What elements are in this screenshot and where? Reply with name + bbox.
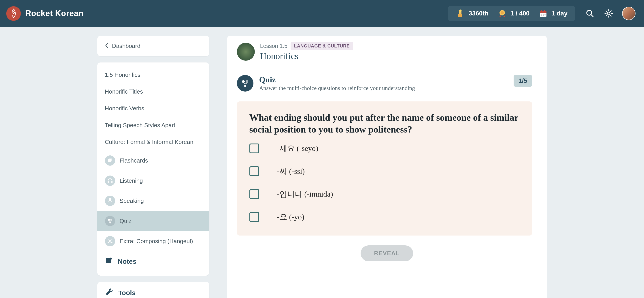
- settings-button[interactable]: [603, 8, 614, 19]
- nav-activity-flashcards[interactable]: Flashcards: [97, 150, 209, 171]
- svg-rect-8: [541, 10, 542, 12]
- nav-activity-extra[interactable]: Extra: Composing (Hangeul): [97, 231, 209, 251]
- quiz-title: Quiz: [259, 75, 415, 84]
- stat-points-value: 1 / 400: [510, 10, 530, 17]
- nav-activity-speaking[interactable]: Speaking: [97, 191, 209, 211]
- lesson-tag: LANGUAGE & CULTURE: [290, 42, 353, 50]
- back-label: Dashboard: [112, 43, 140, 50]
- svg-rect-9: [544, 10, 545, 12]
- medal-icon: [498, 9, 507, 18]
- svg-rect-19: [109, 159, 112, 161]
- svg-point-5: [500, 11, 504, 14]
- svg-point-17: [607, 12, 610, 15]
- quiz-question: What ending should you put after the nam…: [250, 112, 520, 135]
- stat-points[interactable]: 1 / 400: [498, 9, 530, 18]
- checkbox-icon: [250, 166, 259, 176]
- gear-icon: [604, 9, 613, 18]
- nav-section-3[interactable]: Telling Speech Styles Apart: [97, 117, 209, 134]
- svg-rect-1: [458, 14, 462, 17]
- svg-line-16: [591, 15, 593, 17]
- lesson-title: Honorifics: [260, 51, 354, 61]
- svg-rect-7: [540, 11, 546, 13]
- search-icon: [586, 9, 594, 18]
- nav-section-1[interactable]: Honorific Titles: [97, 83, 209, 100]
- svg-rect-11: [543, 14, 544, 15]
- quiz-icon: [105, 216, 115, 226]
- svg-rect-22: [109, 198, 111, 201]
- nav-section-0[interactable]: 1.5 Honorifics: [97, 67, 209, 83]
- lesson-number: Lesson 1.5: [260, 43, 288, 49]
- nav-tools[interactable]: Tools: [97, 282, 209, 298]
- microphone-icon: [105, 196, 115, 206]
- nav-activity-listening[interactable]: Listening: [97, 171, 209, 191]
- chevron-left-icon: [105, 43, 108, 50]
- quiz-option-2[interactable]: -입니다 (-imnida): [250, 189, 520, 199]
- svg-point-29: [244, 85, 246, 87]
- search-button[interactable]: [584, 8, 595, 19]
- quiz-header: Quiz Answer the multi-choice questions t…: [227, 67, 547, 95]
- quiz-counter: 1/5: [514, 75, 532, 87]
- brand-title: Rocket Korean: [25, 9, 84, 18]
- svg-rect-10: [541, 14, 542, 15]
- stat-streak-value: 1 day: [552, 10, 568, 17]
- checkbox-icon: [250, 212, 259, 222]
- stat-rank-value: 3360th: [469, 10, 488, 17]
- flashcards-icon: [105, 155, 115, 166]
- left-column: Dashboard 1.5 Honorifics Honorific Title…: [97, 36, 209, 298]
- nav-section-4[interactable]: Culture: Formal & Informal Korean: [97, 134, 209, 150]
- reveal-wrap: REVEAL: [227, 235, 547, 265]
- lesson-header: Lesson 1.5 LANGUAGE & CULTURE Honorifics: [227, 36, 547, 67]
- checkbox-icon: [250, 189, 259, 199]
- svg-point-24: [108, 219, 110, 221]
- svg-rect-12: [544, 14, 546, 15]
- svg-rect-20: [108, 181, 109, 183]
- lesson-nav: 1.5 Honorifics Honorific Titles Honorifi…: [97, 63, 209, 276]
- quiz-subtitle: Answer the multi-choice questions to rei…: [259, 85, 415, 92]
- page-body: Dashboard 1.5 Honorifics Honorific Title…: [0, 27, 644, 298]
- back-to-dashboard[interactable]: Dashboard: [97, 36, 209, 56]
- logo-icon[interactable]: [6, 6, 21, 21]
- svg-point-15: [587, 10, 592, 15]
- quiz-option-3[interactable]: -요 (-yo): [250, 212, 520, 222]
- nav-section-2[interactable]: Honorific Verbs: [97, 100, 209, 117]
- wrench-icon: [105, 288, 114, 298]
- avatar[interactable]: [622, 7, 636, 20]
- svg-point-26: [110, 222, 111, 223]
- svg-rect-14: [543, 15, 544, 16]
- headphones-icon: [105, 176, 115, 186]
- main-panel: Lesson 1.5 LANGUAGE & CULTURE Honorifics…: [227, 36, 547, 298]
- svg-point-27: [242, 80, 245, 83]
- quiz-options: -세요 (-seyo) -씨 (-ssi) -입니다 (-imnida) -요 …: [250, 143, 520, 222]
- tools-card: Tools Got feedback?: [97, 282, 209, 298]
- trophy-icon: [456, 9, 465, 18]
- reveal-button[interactable]: REVEAL: [360, 245, 413, 261]
- quiz-header-icon: [237, 75, 254, 92]
- lesson-avatar: [237, 43, 255, 61]
- svg-point-28: [246, 80, 248, 83]
- checkbox-icon: [250, 144, 259, 153]
- svg-point-0: [13, 12, 14, 14]
- notes-icon: [105, 257, 113, 266]
- svg-point-25: [110, 219, 112, 221]
- nav-notes[interactable]: Notes: [97, 251, 209, 271]
- quiz-option-0[interactable]: -세요 (-seyo): [250, 143, 520, 154]
- stat-streak[interactable]: 1 day: [538, 9, 568, 18]
- shuffle-icon: [105, 236, 115, 246]
- calendar-icon: [538, 9, 548, 18]
- quiz-body: What ending should you put after the nam…: [237, 101, 532, 235]
- stat-rank[interactable]: 3360th: [456, 9, 488, 18]
- app-header: Rocket Korean 3360th 1 / 400 1 day: [0, 0, 644, 27]
- quiz-option-1[interactable]: -씨 (-ssi): [250, 166, 520, 176]
- nav-activity-quiz[interactable]: Quiz: [97, 211, 209, 231]
- stats-box: 3360th 1 / 400 1 day: [448, 6, 575, 21]
- svg-rect-21: [112, 181, 112, 183]
- svg-rect-13: [541, 15, 542, 16]
